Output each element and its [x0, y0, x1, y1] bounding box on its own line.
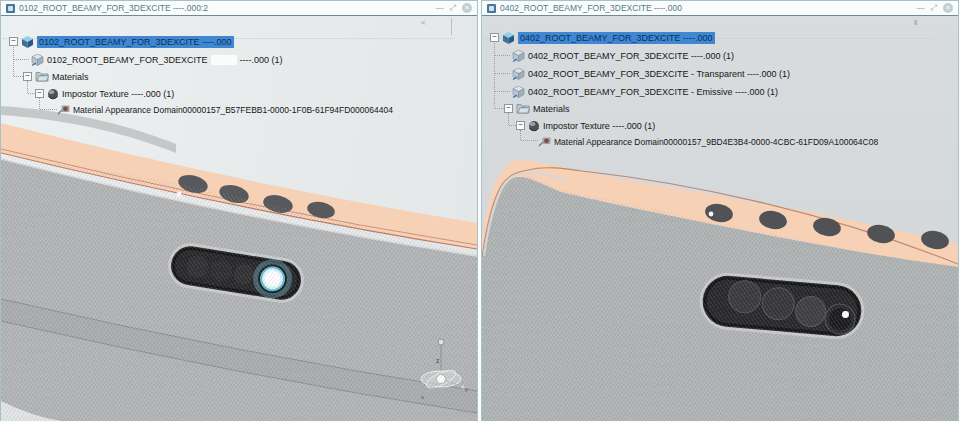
tree-node-instance[interactable]: 0402_ROOT_BEAMY_FOR_3DEXCITE - Transpare…: [512, 67, 790, 80]
titlebar-right[interactable]: 0402_ROOT_BEAMY_FOR_3DEXCITE ----.000 — …: [482, 1, 958, 16]
document-window-right: 0402_ROOT_BEAMY_FOR_3DEXCITE ----.000 — …: [481, 0, 959, 421]
tree-node-label[interactable]: Impostor Texture ----.000 (1): [62, 88, 174, 100]
tree-node-impostor[interactable]: − Impostor Texture ----.000 (1): [35, 87, 174, 100]
document-window-left: 0102_ROOT_BEAMY_FOR_3DEXCITE ----.000:2 …: [0, 0, 478, 421]
document-icon: [6, 4, 15, 13]
collapse-toggle-icon[interactable]: −: [504, 104, 513, 113]
document-icon: [487, 4, 496, 13]
tree-connector: [14, 76, 23, 77]
instance-icon: [512, 50, 525, 62]
tree-node-materials[interactable]: − Materials: [504, 102, 570, 115]
tree-connector: [28, 93, 35, 94]
tree-node-instance[interactable]: 0402_ROOT_BEAMY_FOR_3DEXCITE - Emissive …: [512, 85, 778, 98]
axis-z-label: z: [436, 357, 440, 364]
close-icon[interactable]: ✕: [462, 3, 472, 13]
tree-node-label[interactable]: 0102_ROOT_BEAMY_FOR_3DEXCITE ----.000: [37, 36, 234, 48]
tree-node-label[interactable]: 0102_ROOT_BEAMY_FOR_3DEXCITE: [47, 54, 208, 66]
product-icon: [502, 32, 515, 44]
highlight-speck: [709, 212, 714, 217]
collapse-toggle-icon[interactable]: −: [9, 37, 18, 46]
tree-connector: [40, 109, 57, 110]
tree-node-materials[interactable]: − Materials: [23, 70, 89, 83]
instance-icon: [31, 54, 44, 66]
tree-node-appearance[interactable]: Material Appearance Domain00000157_9BD4E…: [538, 135, 878, 148]
tree-node-label[interactable]: Material Appearance Domain00000157_B57FE…: [73, 104, 393, 116]
tree-node-root[interactable]: − 0402_ROOT_BEAMY_FOR_3DEXCITE ----.000: [490, 31, 715, 44]
impostor-texture-icon: [47, 88, 59, 100]
tree-node-suffix: ----.000 (1): [240, 54, 283, 66]
material-appearance-icon: [57, 104, 70, 115]
tree-node-label[interactable]: Material Appearance Domain00000157_9BD4E…: [554, 136, 878, 148]
tree-connector: [521, 140, 538, 141]
tree-connector: [14, 59, 29, 60]
tree-connector: [495, 91, 510, 92]
materials-folder-icon: [35, 71, 49, 82]
tree-connector: [495, 108, 504, 109]
close-icon[interactable]: ✕: [943, 3, 953, 13]
tree-connector: [13, 45, 14, 76]
minimize-icon[interactable]: —: [436, 4, 444, 12]
product-icon: [21, 36, 34, 48]
tree-node-label[interactable]: 0402_ROOT_BEAMY_FOR_3DEXCITE ----.000: [518, 32, 715, 44]
material-appearance-icon: [538, 136, 551, 147]
tree-node-instance[interactable]: 0102_ROOT_BEAMY_FOR_3DEXCITE ----.000 (1…: [31, 53, 283, 66]
scroll-handle[interactable]: [451, 18, 452, 35]
collapse-toggle-icon[interactable]: −: [35, 89, 44, 98]
highlight-speck: [177, 192, 182, 197]
tree-connector: [494, 41, 495, 108]
collapse-toggle-icon[interactable]: −: [516, 121, 525, 130]
instance-icon: [512, 68, 525, 80]
tree-node-label[interactable]: Materials: [52, 71, 89, 83]
overflow-indicator[interactable]: <: [421, 18, 426, 27]
tree-connector: [495, 73, 510, 74]
tree-node-impostor[interactable]: − Impostor Texture ----.000 (1): [516, 119, 655, 132]
tree-node-label[interactable]: Impostor Texture ----.000 (1): [543, 120, 655, 132]
window-title: 0402_ROOT_BEAMY_FOR_3DEXCITE ----.000: [500, 3, 913, 13]
minimize-icon[interactable]: —: [917, 4, 925, 12]
instance-icon: [512, 86, 525, 98]
titlebar-left[interactable]: 0102_ROOT_BEAMY_FOR_3DEXCITE ----.000:2 …: [1, 1, 477, 16]
tree-node-appearance[interactable]: Material Appearance Domain00000157_B57FE…: [57, 103, 393, 116]
materials-folder-icon: [516, 103, 530, 114]
restore-icon[interactable]: ⤢: [450, 4, 456, 12]
rename-field-remnant: [211, 55, 237, 65]
tree-connector: [509, 125, 516, 126]
axis-y-label: y: [465, 386, 468, 392]
application-window: 0102_ROOT_BEAMY_FOR_3DEXCITE ----.000:2 …: [0, 0, 960, 422]
collapse-toggle-icon[interactable]: −: [23, 72, 32, 81]
impostor-texture-icon: [528, 120, 540, 132]
tree-node-label[interactable]: 0402_ROOT_BEAMY_FOR_3DEXCITE - Transpare…: [528, 68, 790, 80]
axis-x-label: x: [421, 394, 424, 400]
restore-icon[interactable]: ⤢: [931, 4, 937, 12]
overflow-indicator[interactable]: ‖: [914, 18, 917, 27]
tree-node-label[interactable]: Materials: [533, 103, 570, 115]
tree-node-label[interactable]: 0402_ROOT_BEAMY_FOR_3DEXCITE ----.000 (1…: [528, 50, 734, 62]
collapse-toggle-icon[interactable]: −: [490, 33, 499, 42]
tree-connector: [495, 55, 510, 56]
window-title: 0102_ROOT_BEAMY_FOR_3DEXCITE ----.000:2: [19, 3, 432, 13]
tree-node-root[interactable]: − 0102_ROOT_BEAMY_FOR_3DEXCITE ----.000: [9, 35, 234, 48]
tree-node-instance[interactable]: 0402_ROOT_BEAMY_FOR_3DEXCITE ----.000 (1…: [512, 49, 734, 62]
tree-node-label[interactable]: 0402_ROOT_BEAMY_FOR_3DEXCITE - Emissive …: [528, 86, 778, 98]
